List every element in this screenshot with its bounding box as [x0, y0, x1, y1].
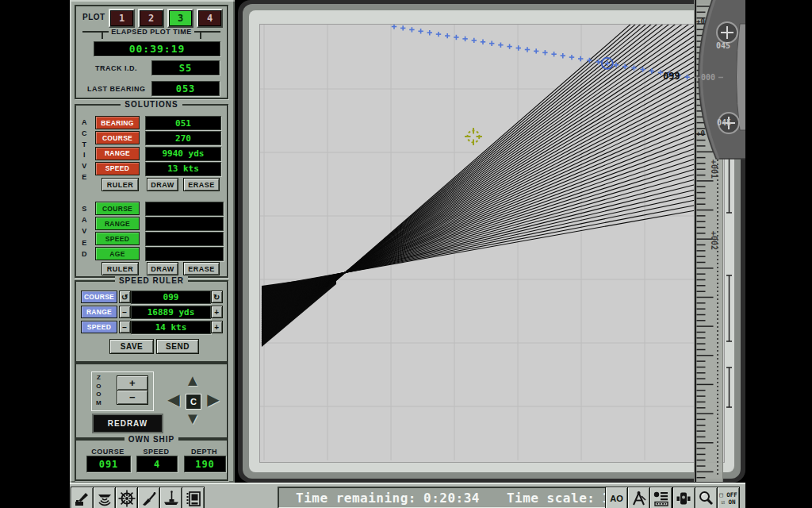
- elapsed-plot-time-display: 00:39:19: [94, 41, 220, 56]
- zoom-out-button[interactable]: −: [117, 390, 148, 405]
- tma-plot-area[interactable]: [259, 24, 725, 463]
- own-ship-speed-display: 4: [136, 456, 178, 472]
- saved-range-display: [145, 217, 224, 231]
- active-course-label[interactable]: COURSE: [95, 131, 140, 144]
- station-periscope[interactable]: [137, 487, 160, 508]
- ruler-speed-label[interactable]: SPEED: [81, 321, 117, 333]
- station-toolbar: Time remaining: 0:20:34 Time scale: 1X A…: [70, 483, 745, 508]
- contact-tool[interactable]: [672, 487, 695, 508]
- ruler-course-increase-button[interactable]: ↻: [211, 291, 223, 303]
- active-erase-button[interactable]: ERASE: [183, 178, 220, 191]
- left-control-panel: PLOT 1234 ELAPSED PLOT TIME 00:39:19 TRA…: [70, 0, 235, 483]
- ruler-send-button[interactable]: SEND: [156, 339, 199, 354]
- zoom-letter: O: [96, 383, 101, 391]
- zoom-letter: O: [96, 391, 101, 399]
- station-helm[interactable]: [115, 487, 138, 508]
- toggle-on-row: ☑ ON: [721, 498, 735, 506]
- own-ship-depth-label: DEPTH: [184, 448, 224, 456]
- elapsed-plot-time-label: ELAPSED PLOT TIME: [109, 28, 194, 36]
- saved-side-letter: E: [82, 237, 86, 248]
- pan-down-arrow[interactable]: ▼: [183, 409, 202, 428]
- station-radio[interactable]: [182, 487, 205, 508]
- station-weapons[interactable]: [159, 487, 182, 508]
- saved-course-display: [145, 202, 224, 216]
- solutions-title: SOLUTIONS: [121, 100, 182, 109]
- protractor-tool-icon: [630, 489, 649, 508]
- center-button[interactable]: C: [186, 394, 201, 410]
- magnify-tool-icon: [696, 489, 715, 508]
- zoom-in-button[interactable]: +: [117, 375, 148, 391]
- active-bearing-label[interactable]: BEARING: [95, 116, 140, 129]
- pan-right-arrow[interactable]: ▶: [204, 390, 223, 409]
- own-ship-speed-label: SPEED: [136, 448, 176, 456]
- protractor-tool[interactable]: [627, 487, 650, 508]
- active-range-label[interactable]: RANGE: [95, 147, 140, 160]
- saved-side-letter: V: [82, 225, 86, 237]
- plot-button-4[interactable]: 4: [197, 9, 223, 28]
- active-course-display: 270: [145, 131, 221, 145]
- plot-label: PLOT: [82, 13, 105, 21]
- time-remaining-label: Time remaining:: [296, 491, 416, 506]
- ruler-range-increase-button[interactable]: +: [211, 306, 223, 318]
- onoff-toggle[interactable]: □ OFF☑ ON: [717, 487, 740, 508]
- ruler-save-button[interactable]: SAVE: [109, 339, 154, 354]
- active-ruler-button[interactable]: RULER: [102, 178, 139, 191]
- elapsed-title-row: ELAPSED PLOT TIME: [82, 31, 220, 39]
- speed-ruler-box: SPEED RULER COURSE↺099↻RANGE−16889 yds+S…: [75, 280, 228, 363]
- time-scale-label: Time scale:: [507, 491, 595, 506]
- plot-select-box: PLOT 1234 ELAPSED PLOT TIME 00:39:19 TRA…: [75, 5, 228, 99]
- own-ship-box: OWN SHIP COURSE091SPEED4DEPTH190: [75, 439, 228, 481]
- station-sonar[interactable]: [93, 487, 116, 508]
- legend-tool[interactable]: [649, 487, 672, 508]
- magnify-tool[interactable]: [695, 487, 718, 508]
- saved-course-label[interactable]: COURSE: [95, 202, 140, 215]
- time-remaining-value: 0:20:34: [423, 491, 480, 506]
- ao-tool[interactable]: AO: [605, 487, 628, 508]
- saved-side-letter: D: [82, 248, 87, 260]
- zoom-letter: M: [96, 399, 102, 408]
- saved-erase-button[interactable]: ERASE: [183, 262, 220, 275]
- active-speed-label[interactable]: SPEED: [95, 162, 140, 175]
- view-controls-box: ZOOM + − REDRAW ▲◀▶▼ C: [75, 363, 228, 439]
- ruler-range-label[interactable]: RANGE: [81, 306, 117, 318]
- zoom-letter: Z: [97, 374, 101, 383]
- zoom-vertical-label: ZOOM: [96, 374, 102, 407]
- station-sonar-icon: [95, 489, 114, 508]
- saved-ruler-button[interactable]: RULER: [102, 262, 139, 275]
- legend-tool-icon: [652, 489, 671, 508]
- pan-left-arrow[interactable]: ◀: [164, 390, 183, 409]
- last-bearing-label: LAST BEARING: [87, 85, 146, 93]
- saved-draw-button[interactable]: DRAW: [147, 262, 178, 275]
- station-helm-icon: [117, 489, 136, 508]
- ruler-range-decrease-button[interactable]: −: [119, 306, 131, 318]
- ruler-course-decrease-button[interactable]: ↺: [119, 291, 131, 303]
- station-periscope-icon: [140, 489, 159, 508]
- plot-button-2[interactable]: 2: [138, 9, 164, 28]
- plot-button-3[interactable]: 3: [167, 9, 193, 28]
- station-weapons-icon: [162, 489, 181, 508]
- active-side-letter: V: [82, 161, 86, 172]
- active-side-label: ACTIVE: [82, 117, 87, 183]
- own-ship-course-label: COURSE: [86, 448, 129, 456]
- saved-side-letter: S: [82, 203, 86, 214]
- ruler-speed-decrease-button[interactable]: −: [119, 321, 131, 333]
- ruler-speed-display: 14 kts: [131, 321, 211, 334]
- own-ship-course-display: 091: [86, 456, 131, 472]
- active-draw-button[interactable]: DRAW: [147, 178, 178, 191]
- ruler-course-label[interactable]: COURSE: [81, 291, 117, 303]
- station-plot-icon: [73, 489, 92, 508]
- solutions-box: SOLUTIONS ACTIVE BEARING051COURSE270RANG…: [75, 104, 228, 278]
- toggle-off-row: □ OFF: [719, 491, 737, 498]
- track-id-label: TRACK I.D.: [95, 64, 137, 72]
- ruler-speed-increase-button[interactable]: +: [211, 321, 223, 333]
- saved-side-label: SAVED: [82, 203, 87, 260]
- contact-tool-icon: [674, 489, 693, 508]
- saved-speed-label[interactable]: SPEED: [95, 232, 140, 245]
- redraw-button[interactable]: REDRAW: [92, 414, 163, 433]
- saved-age-label[interactable]: AGE: [95, 247, 140, 260]
- station-plot[interactable]: [71, 487, 94, 508]
- plot-button-1[interactable]: 1: [109, 9, 135, 28]
- pan-up-arrow[interactable]: ▲: [183, 371, 202, 390]
- active-range-display: 9940 yds: [145, 147, 221, 161]
- saved-range-label[interactable]: RANGE: [95, 217, 140, 230]
